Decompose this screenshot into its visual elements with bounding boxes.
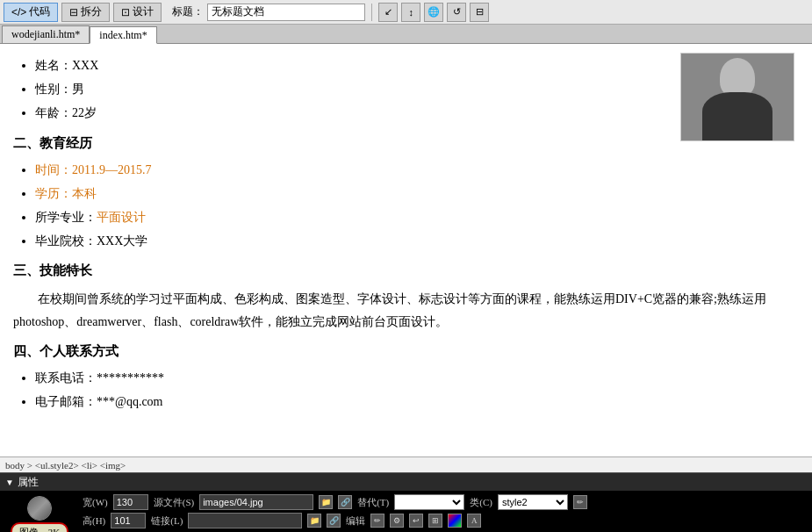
list-item: 毕业院校：XXX大学 — [35, 230, 799, 252]
toolbar: </> 代码 ⊟ 拆分 ⊡ 设计 标题： ↙ ↕ 🌐 ↺ ⊟ — [0, 0, 812, 25]
tab-wodejianli[interactable]: wodejianli.htm* — [2, 25, 90, 43]
design-label: 设计 — [133, 4, 154, 19]
separator-1 — [371, 4, 372, 21]
src-browse-icon[interactable]: 📁 — [319, 495, 333, 509]
skills-text: 在校期间曾系统的学习过平面构成、色彩构成、图案造型、字体设计、标志设计等方面的课… — [13, 288, 799, 332]
arrow-icon-btn[interactable]: ↙ — [378, 3, 398, 22]
alt-select[interactable] — [394, 494, 464, 510]
split-label: 拆分 — [81, 4, 102, 19]
height-label: 高(H) — [83, 514, 105, 528]
props-row-1: 宽(W) 源文件(S) 📁 🔗 替代(T) 类(C) style2 ✏ — [83, 494, 808, 510]
section2-list: 时间：2011.9—2015.7 学历：本科 所学专业：平面设计 毕业院校：XX… — [35, 159, 799, 253]
breadcrumb: body > <ul.style2> <li> <img> — [5, 460, 126, 471]
globe-icon-btn[interactable]: 🌐 — [424, 3, 443, 22]
split-button[interactable]: ⊟ 拆分 — [61, 3, 110, 22]
list-item: 所学专业：平面设计 — [35, 206, 799, 228]
width-label: 宽(W) — [83, 496, 108, 509]
code-button[interactable]: </> 代码 — [4, 3, 58, 22]
design-button[interactable]: ⊡ 设计 — [113, 3, 162, 22]
link-link-icon[interactable]: 🔗 — [327, 514, 341, 528]
refresh-icon-btn[interactable]: ↕ — [401, 3, 420, 22]
link-input[interactable] — [188, 513, 302, 528]
section3-title: 三、技能特长 — [13, 259, 799, 283]
properties-body: 图像，3K 宽(W) 源文件(S) 📁 🔗 替代(T) 类(C) style2 — [0, 491, 812, 532]
tab-bar: wodejianli.htm* index.htm* — [0, 25, 812, 44]
link-browse-icon[interactable]: 📁 — [307, 514, 321, 528]
list-item: 联系电话：*********** — [35, 367, 799, 389]
section4-list: 联系电话：*********** 电子邮箱：***@qq.com — [35, 367, 799, 413]
list-item: 时间：2011.9—2015.7 — [35, 159, 799, 181]
photo-silhouette — [681, 54, 794, 140]
code-icon: </> — [11, 6, 26, 18]
back-icon-btn[interactable]: ↺ — [447, 3, 466, 22]
height-input[interactable] — [111, 513, 146, 528]
props-fields: 宽(W) 源文件(S) 📁 🔗 替代(T) 类(C) style2 ✏ 高(H) — [79, 492, 812, 530]
stop-icon-btn[interactable]: ⊟ — [470, 3, 489, 22]
link-label: 链接(L) — [151, 514, 183, 528]
editor-area: 姓名：XXX 性别：男 年龄：22岁 二、教育经历 时间：2011.9—2015… — [0, 44, 812, 457]
class-label: 类(C) — [470, 496, 492, 509]
properties-header: ▼ 属性 — [0, 473, 812, 491]
color-picker-btn[interactable] — [448, 514, 462, 528]
title-label: 标题： — [172, 4, 204, 19]
edit-label: 编辑 — [346, 514, 365, 528]
edit-icon-1[interactable]: ✏ — [370, 514, 384, 528]
photo-container — [680, 53, 794, 141]
class-select[interactable]: style2 — [498, 494, 568, 510]
properties-panel: ▼ 属性 图像，3K 宽(W) 源文件(S) 📁 🔗 替代(T) — [0, 472, 812, 532]
split-icon: ⊟ — [69, 6, 78, 18]
properties-title: 属性 — [18, 475, 39, 490]
panel-triangle-icon: ▼ — [5, 478, 14, 487]
status-bar: body > <ul.style2> <li> <img> — [0, 457, 812, 472]
edit-icon-4[interactable]: ⊞ — [428, 514, 442, 528]
width-input[interactable] — [113, 494, 148, 510]
src-label: 源文件(S) — [154, 496, 194, 509]
resume-content: 姓名：XXX 性别：男 年龄：22岁 二、教育经历 时间：2011.9—2015… — [13, 54, 799, 413]
src-input[interactable] — [199, 494, 313, 510]
list-item: 学历：本科 — [35, 183, 799, 205]
code-label: 代码 — [29, 4, 50, 19]
alt-label: 替代(T) — [357, 496, 389, 509]
image-label-box: 图像，3K — [11, 522, 68, 532]
props-row-2: 高(H) 链接(L) 📁 🔗 编辑 ✏ ⚙ ↩ ⊞ A — [83, 513, 808, 528]
design-icon: ⊡ — [121, 6, 130, 18]
list-item: 电子邮箱：***@qq.com — [35, 391, 799, 413]
title-input[interactable] — [207, 4, 365, 21]
edit-icon-5[interactable]: A — [467, 514, 481, 528]
edit-icon-3[interactable]: ↩ — [409, 514, 423, 528]
image-thumbnail — [27, 496, 52, 521]
class-edit-icon[interactable]: ✏ — [573, 495, 587, 509]
section4-title: 四、个人联系方式 — [13, 340, 799, 363]
image-info-section: 图像，3K — [0, 492, 79, 532]
src-link-icon[interactable]: 🔗 — [338, 495, 352, 509]
edit-icon-2[interactable]: ⚙ — [390, 514, 404, 528]
tab-index[interactable]: index.htm* — [90, 26, 156, 44]
